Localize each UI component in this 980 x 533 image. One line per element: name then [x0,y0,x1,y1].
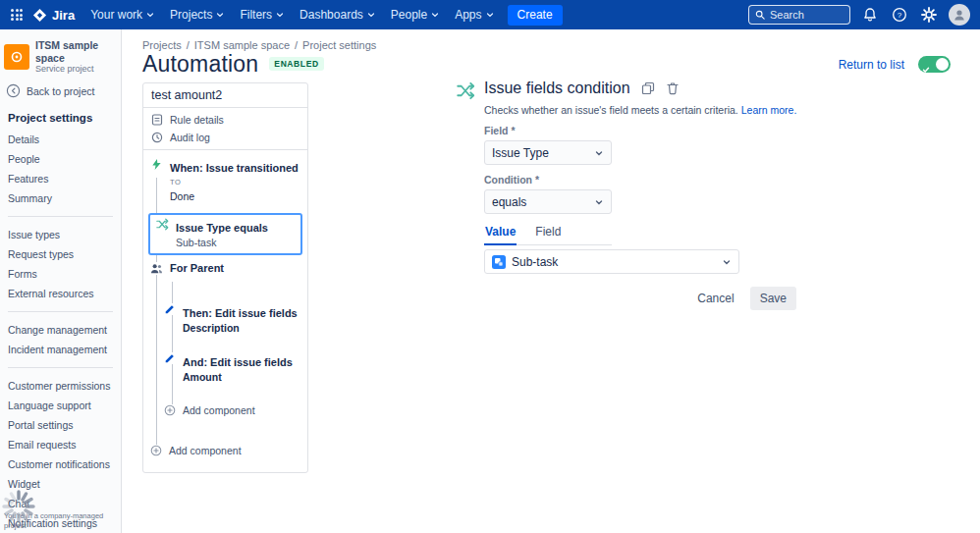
value-field-tabs: Value Field [484,225,612,245]
branch-title: For Parent [170,262,224,276]
sidebar-item-portal-settings[interactable]: Portal settings [0,415,121,435]
shuffle-icon [457,81,475,104]
global-search[interactable] [748,5,850,25]
subtask-type-icon [492,255,506,269]
trash-icon[interactable] [666,81,680,95]
nav-item-projects[interactable]: Projects [162,0,232,29]
sidebar-item-issue-types[interactable]: Issue types [0,225,121,244]
value-select[interactable]: Sub-task [484,249,739,274]
learn-more-link[interactable]: Learn more. [741,104,797,116]
action-title: And: Edit issue fields [183,356,293,368]
action-node-then[interactable]: Then: Edit issue fields Description [164,303,298,336]
search-icon [755,9,765,21]
tab-value[interactable]: Value [484,225,517,245]
sidebar-item-incident-management[interactable]: Incident management [0,340,121,359]
breadcrumb-separator: / [187,39,190,51]
field-select[interactable]: Issue Type [484,140,612,165]
sidebar-item-customer-permissions[interactable]: Customer permissions [0,376,121,396]
condition-title: Issue Type equals [176,222,268,234]
branch-node[interactable]: For Parent [150,262,224,276]
settings-gear-icon[interactable] [919,5,939,25]
rule-details-item[interactable]: Rule details [143,111,307,129]
automation-enabled-toggle[interactable] [918,56,951,73]
main-content: Projects / ITSM sample space / Project s… [122,29,980,533]
back-arrow-icon [6,83,21,98]
jira-mark-icon [32,8,47,23]
breadcrumb-itsm-sample-space[interactable]: ITSM sample space [194,39,290,51]
notifications-bell-icon[interactable] [860,5,880,25]
page-title: Automation [142,51,258,78]
action-sub: Description [183,321,298,336]
nav-item-people[interactable]: People [383,0,447,29]
breadcrumb-projects[interactable]: Projects [142,39,182,51]
project-header: ITSM sample space Service project [0,37,121,76]
svg-text:?: ? [898,11,902,20]
sidebar-item-email-requests[interactable]: Email requests [0,435,121,454]
sidebar-heading: Project settings [0,104,121,130]
rule-editor-panel: test amount2 Rule details Audit log When… [142,82,308,473]
chevron-down-icon [594,197,604,207]
sidebar-item-forms[interactable]: Forms [0,264,121,284]
chevron-down-icon [276,11,284,19]
sidebar-item-language-support[interactable]: Language support [0,396,121,415]
action-node-and[interactable]: And: Edit issue fields Amount [164,352,293,385]
project-sidebar: ITSM sample space Service project Back t… [0,29,122,533]
add-component-branch-button[interactable]: Add component [164,404,255,416]
tab-field[interactable]: Field [534,225,562,244]
search-input[interactable] [770,9,844,21]
rule-name[interactable]: test amount2 [143,83,307,108]
sidebar-divider [8,216,113,217]
sidebar-item-request-types[interactable]: Request types [0,244,121,264]
create-button[interactable]: Create [508,5,563,26]
add-component-button[interactable]: Add component [150,445,242,456]
user-avatar[interactable] [949,4,970,26]
branch-connector [172,282,173,413]
cancel-button[interactable]: Cancel [687,287,743,310]
add-circle-icon [164,404,176,416]
condition-select[interactable]: equals [484,189,612,214]
sidebar-item-people[interactable]: People [0,149,121,169]
trigger-node[interactable]: When: Issue transitioned TO Done [150,158,299,204]
jira-logo[interactable]: Jira [29,8,82,23]
sidebar-item-customer-notifications[interactable]: Customer notifications [0,454,121,474]
lightning-bolt-icon [150,158,163,171]
nav-item-your-work[interactable]: Your work [82,0,162,29]
nav-item-dashboards[interactable]: Dashboards [292,0,383,29]
chevron-down-icon [594,148,604,158]
sidebar-item-change-management[interactable]: Change management [0,320,121,340]
sidebar-divider [8,367,113,368]
help-icon[interactable]: ? [890,5,909,25]
sidebar-item-details[interactable]: Details [0,130,121,149]
add-circle-icon [150,445,162,456]
sidebar-item-features[interactable]: Features [0,169,121,188]
breadcrumb-project-settings[interactable]: Project settings [302,39,376,51]
top-navigation: Jira Your work Projects Filters Dashboar… [0,0,980,29]
chevron-down-icon [216,11,224,19]
app-switcher-icon[interactable] [4,2,29,27]
pencil-icon [164,303,176,315]
field-label: Field * [484,125,796,136]
chevron-down-icon [486,11,494,19]
save-button[interactable]: Save [750,287,796,310]
chevron-down-icon [146,11,154,19]
people-icon [150,262,163,275]
condition-node-selected[interactable]: Issue Type equals Sub-task [148,213,302,255]
return-to-list-link[interactable]: Return to list [839,58,904,72]
nav-item-filters[interactable]: Filters [232,0,292,29]
project-name: ITSM sample space [35,39,117,64]
duplicate-icon[interactable] [641,81,655,95]
trigger-sub-value: Done [170,190,194,202]
detail-title: Issue fields condition [484,80,630,97]
back-to-project[interactable]: Back to project [0,76,121,104]
audit-log-item[interactable]: Audit log [143,129,307,146]
condition-label: Condition * [484,174,796,186]
condition-sub: Sub-task [176,236,268,250]
chevron-down-icon [431,11,439,19]
sidebar-item-summary[interactable]: Summary [0,188,121,208]
loading-spinner-icon [0,488,37,525]
nav-item-apps[interactable]: Apps [447,0,501,29]
breadcrumb: Projects / ITSM sample space / Project s… [142,39,376,51]
pencil-icon [164,352,176,364]
sidebar-item-external-resources[interactable]: External resources [0,284,121,303]
document-icon [151,114,163,126]
